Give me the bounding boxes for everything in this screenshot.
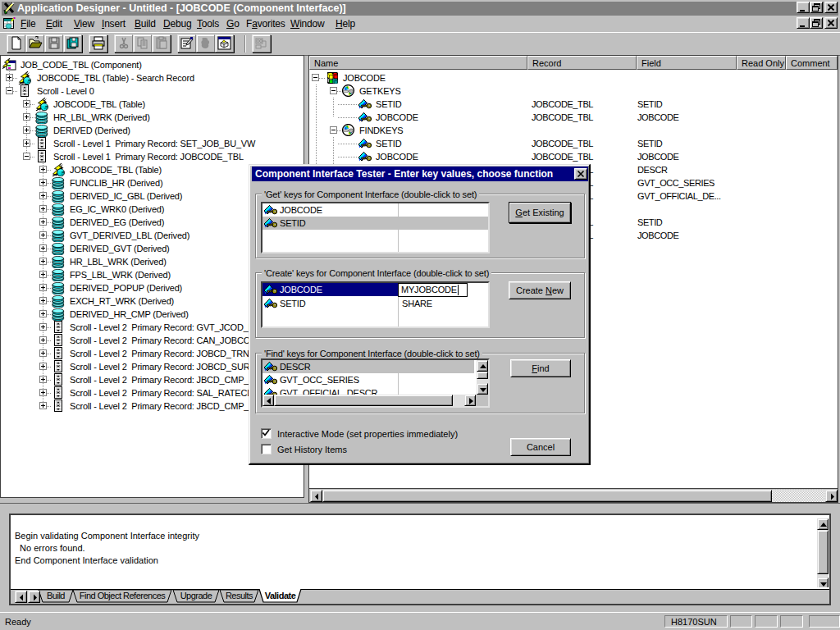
svg-text:Results: Results	[226, 591, 253, 600]
svg-text:Validate: Validate	[265, 591, 296, 600]
svg-text:Build: Build	[47, 591, 65, 600]
svg-text:Find Object References: Find Object References	[80, 591, 167, 600]
svg-text:Upgrade: Upgrade	[180, 591, 212, 600]
